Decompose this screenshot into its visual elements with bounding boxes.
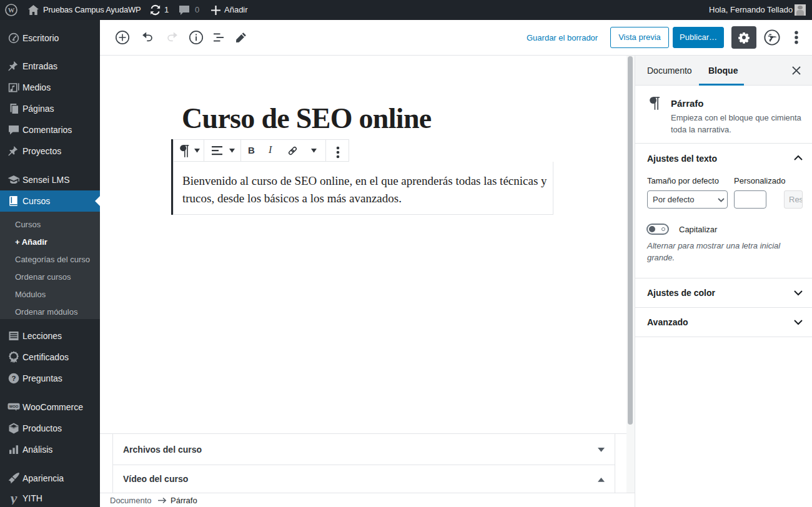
svg-text:y: y [9,492,17,505]
svg-text:W: W [8,7,15,14]
svg-text:WOO: WOO [9,405,19,408]
svg-text:?: ? [11,375,16,382]
